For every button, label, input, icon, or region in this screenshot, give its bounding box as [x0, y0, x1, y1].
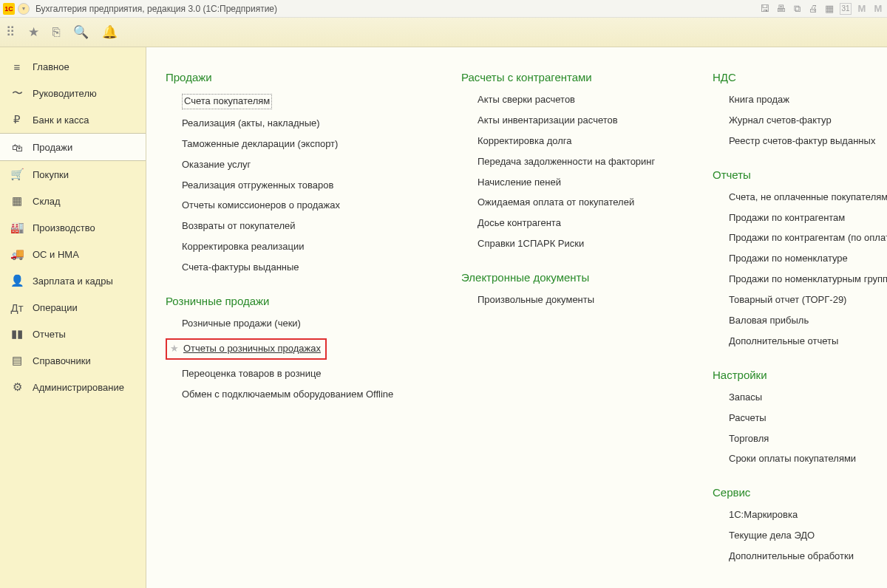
compare-icon[interactable]: ⧉	[791, 3, 803, 15]
sidebar-item-7[interactable]: 🚚ОС и НМА	[0, 241, 146, 267]
link-item[interactable]: Акты инвентаризации расчетов	[478, 114, 668, 127]
link-item[interactable]: Продажи по контрагентам (по оплате)	[729, 232, 887, 245]
section-settlements-list: Акты сверки расчетовАкты инвентаризации …	[461, 94, 668, 250]
link-item[interactable]: Таможенные декларации (экспорт)	[182, 138, 417, 151]
link-item[interactable]: Продажи по контрагентам	[729, 212, 887, 225]
link-item[interactable]: Акты сверки расчетов	[478, 94, 668, 106]
section-vat-list: Книга продажЖурнал счетов-фактурРеестр с…	[713, 94, 887, 148]
sidebar-label-6: Производство	[33, 222, 95, 233]
section-reports-title: Отчеты	[713, 168, 887, 181]
bell-icon[interactable]: 🔔	[102, 24, 118, 40]
app-dropdown-icon[interactable]: ▾	[18, 3, 30, 15]
sidebar-item-1[interactable]: 〜Руководителю	[0, 80, 146, 106]
link-item[interactable]: Отчеты комиссионеров о продажах	[182, 199, 417, 212]
content-area: Продажи Счета покупателямРеализация (акт…	[146, 47, 887, 588]
link-item[interactable]: Валовая прибыль	[729, 315, 887, 327]
logo-1c-icon: 1C	[3, 3, 15, 15]
link-item[interactable]: Произвольные документы	[478, 294, 668, 307]
link-item[interactable]: Счета-фактуры выданные	[182, 261, 417, 274]
link-item[interactable]: Возвраты от покупателей	[182, 220, 417, 233]
star-icon[interactable]: ★	[28, 24, 39, 40]
date-icon[interactable]: 31	[840, 3, 852, 15]
sidebar-item-12[interactable]: ⚙Администрирование	[0, 374, 146, 400]
link-item[interactable]: Обмен с подключаемым оборудованием Offli…	[182, 389, 417, 401]
section-retail-list: Розничные продажи (чеки)★Отчеты о рознич…	[166, 318, 417, 401]
link-item[interactable]: Реализация отгруженных товаров	[182, 180, 417, 192]
link-item[interactable]: Оказание услуг	[182, 159, 417, 171]
link-item[interactable]: Передача задолженности на факторинг	[478, 156, 668, 168]
link-item[interactable]: Торговля	[729, 433, 887, 445]
section-sales-title: Продажи	[166, 71, 417, 83]
link-item[interactable]: Счета покупателям	[182, 94, 272, 109]
clipboard-icon[interactable]: ⎘	[52, 25, 60, 40]
sidebar-icon-7: 🚚	[10, 247, 24, 261]
sidebar-icon-9: Дт	[10, 301, 24, 314]
sidebar-item-5[interactable]: ▦Склад	[0, 188, 146, 214]
link-item[interactable]: Книга продаж	[729, 94, 887, 106]
calendar-icon[interactable]: ▦	[823, 3, 835, 15]
sidebar-label-3: Продажи	[33, 142, 72, 153]
link-item[interactable]: Розничные продажи (чеки)	[182, 318, 417, 330]
sidebar-label-7: ОС и НМА	[33, 249, 79, 260]
m1-icon[interactable]: M	[856, 3, 868, 15]
link-label: Отчеты о розничных продажах	[183, 343, 321, 354]
sidebar-item-2[interactable]: ₽Банк и касса	[0, 106, 146, 133]
apps-icon[interactable]: ⠿	[6, 24, 15, 40]
link-item[interactable]: Переоценка товаров в рознице	[182, 368, 417, 380]
link-item[interactable]: Реализация (акты, накладные)	[182, 117, 417, 130]
link-item[interactable]: Справки 1СПАРК Риски	[478, 238, 668, 250]
link-item[interactable]: Корректировка долга	[478, 135, 668, 148]
sidebar-label-2: Банк и касса	[33, 114, 89, 126]
link-item[interactable]: Продажи по номенклатуре	[729, 253, 887, 265]
sidebar-icon-1: 〜	[10, 86, 24, 100]
sidebar-item-10[interactable]: ▮▮Отчеты	[0, 321, 146, 347]
section-service-title: Сервис	[713, 486, 887, 499]
sidebar-item-3[interactable]: 🛍Продажи	[0, 133, 146, 161]
sidebar-label-1: Руководителю	[33, 88, 97, 99]
link-item[interactable]: ★Отчеты о розничных продажах	[166, 338, 327, 360]
section-service-list: 1С:МаркировкаТекущие дела ЭДОДополнитель…	[713, 509, 887, 563]
sidebar-item-11[interactable]: ▤Справочники	[0, 347, 146, 374]
sidebar-icon-6: 🏭	[10, 221, 24, 234]
link-item[interactable]: Реестр счетов-фактур выданных	[729, 135, 887, 148]
sidebar-label-10: Отчеты	[33, 329, 66, 340]
m2-icon[interactable]: M	[872, 3, 884, 15]
sidebar-label-4: Покупки	[33, 169, 69, 180]
sidebar-icon-4: 🛒	[10, 168, 24, 181]
sidebar-item-6[interactable]: 🏭Производство	[0, 214, 146, 241]
section-edocs-list: Произвольные документы	[461, 294, 668, 307]
sidebar-item-0[interactable]: ≡Главное	[0, 53, 146, 80]
sidebar-item-8[interactable]: 👤Зарплата и кадры	[0, 267, 146, 294]
link-item[interactable]: Дополнительные обработки	[729, 550, 887, 563]
sidebar-label-11: Справочники	[33, 355, 91, 366]
sidebar-icon-2: ₽	[10, 113, 24, 126]
sidebar-label-9: Операции	[33, 302, 78, 313]
link-item[interactable]: Ожидаемая оплата от покупателей	[478, 196, 668, 209]
sidebar-item-9[interactable]: ДтОперации	[0, 294, 146, 321]
titlebar: 1C ▾ Бухгалтерия предприятия, редакция 3…	[0, 0, 887, 18]
link-item[interactable]: Начисление пеней	[478, 177, 668, 189]
link-item[interactable]: Запасы	[729, 392, 887, 404]
sidebar-label-8: Зарплата и кадры	[33, 276, 113, 287]
sidebar-item-4[interactable]: 🛒Покупки	[0, 161, 146, 188]
link-item[interactable]: 1С:Маркировка	[729, 509, 887, 522]
save-icon[interactable]: 🖫	[758, 3, 770, 15]
section-settings-title: Настройки	[713, 369, 887, 381]
link-item[interactable]: Журнал счетов-фактур	[729, 114, 887, 127]
link-item[interactable]: Товарный отчет (ТОРГ-29)	[729, 294, 887, 307]
link-item[interactable]: Продажи по номенклатурным группам	[729, 273, 887, 286]
titlebar-tools: 🖫 🖶 ⧉ 🖨 ▦ 31 M M	[758, 3, 884, 15]
section-reports-list: Счета, не оплаченные покупателямиПродажи…	[713, 191, 887, 348]
link-item[interactable]: Дополнительные отчеты	[729, 335, 887, 348]
link-item[interactable]: Текущие дела ЭДО	[729, 530, 887, 542]
section-sales-list: Счета покупателямРеализация (акты, накла…	[166, 94, 417, 274]
link-item[interactable]: Досье контрагента	[478, 217, 668, 230]
sidebar-label-5: Склад	[33, 196, 61, 207]
link-item[interactable]: Корректировка реализации	[182, 241, 417, 253]
link-item[interactable]: Расчеты	[729, 412, 887, 425]
link-item[interactable]: Сроки оплаты покупателями	[729, 453, 887, 465]
search-icon[interactable]: 🔍	[73, 24, 89, 40]
print2-icon[interactable]: 🖨	[807, 3, 819, 15]
link-item[interactable]: Счета, не оплаченные покупателями	[729, 191, 887, 204]
print-icon[interactable]: 🖶	[775, 3, 786, 15]
